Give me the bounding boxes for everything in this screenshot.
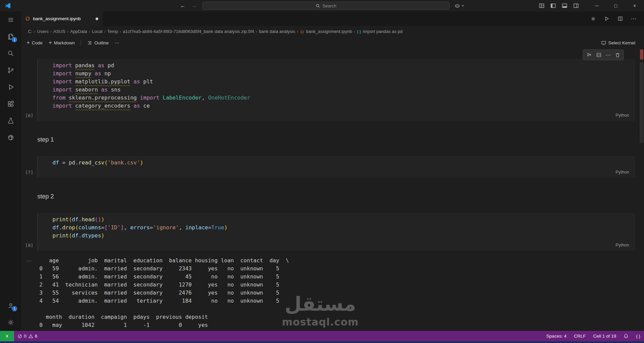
cell-editor[interactable]: print(df.head())df.drop(columns=['ID'], … [37,213,635,251]
breadcrumb-item[interactable]: ASUS [53,29,66,34]
cell-footer: Python [38,111,635,119]
toggle-secondary-sidebar-icon[interactable] [573,3,579,8]
toolbar-more-actions[interactable]: ⋯ [115,40,119,45]
forward-arrow-icon[interactable]: → [191,3,198,9]
breadcrumb-item[interactable]: Users [36,29,49,34]
cell-language-picker[interactable]: Python [616,169,629,175]
tab-bank-assignment[interactable]: bank_assignment.ipynb [21,11,103,26]
code-cell[interactable]: [7]df = pd.read_csv('bank.csv')Python [21,156,635,178]
execution-count: [6] [25,113,33,118]
execute-cell-icon[interactable] [585,51,593,59]
search-view-icon[interactable] [0,45,21,62]
back-arrow-icon[interactable]: ← [180,3,186,9]
split-cell-icon[interactable] [595,51,602,59]
cell-language-picker[interactable]: Python [616,113,629,118]
toggle-panel-icon[interactable] [562,3,567,8]
problems-status[interactable]: 0 6 [14,331,41,341]
explorer-badge: 1 [12,37,17,42]
scrollbar[interactable] [639,49,644,331]
code-line[interactable]: import pandas as pd [52,62,635,70]
explorer-icon[interactable]: 1 [0,28,21,45]
vscode-logo-icon [4,2,11,9]
plus-icon: + [49,40,52,46]
breadcrumb-item[interactable]: import pandas as pd [362,29,403,34]
menu-icon[interactable] [0,11,21,28]
outline-button[interactable]: Outline [87,40,109,45]
cell-language-picker[interactable]: Python [616,242,629,247]
editor-grid-layout-icon[interactable] [539,3,544,8]
notebook-file-icon [25,16,30,21]
scrollbar-thumb[interactable] [640,62,644,143]
code-lines: print(df.head())df.drop(columns=['ID'], … [38,216,635,240]
code-line[interactable]: print(df.head()) [52,216,635,224]
indentation-status[interactable]: Spaces: 4 [543,331,570,341]
copilot-chat-icon[interactable] [0,129,21,146]
select-kernel-button[interactable]: Select Kernel [601,40,635,45]
copilot-menu[interactable] [455,3,465,8]
code-line[interactable]: df.drop(columns=['ID'], errors='ignore',… [52,224,635,232]
output-collapse-hint[interactable]: ... [21,257,37,329]
split-editor-icon[interactable] [616,15,624,23]
select-kernel-label: Select Kernel [608,40,635,45]
code-cell[interactable]: [6]import pandas as pdimport numpy as np… [21,59,635,121]
code-line[interactable]: import matplotlib.pyplot as plt [52,78,635,86]
code-line[interactable]: from sklearn.preprocessing import LabelE… [52,94,635,103]
run-debug-icon[interactable] [0,79,21,96]
breadcrumb-item[interactable]: a1cf7ea5-ab84-4a5f-8f83-718d8063d5f4_ban… [122,29,255,34]
eol-status[interactable]: CRLF [570,331,589,341]
code-line[interactable]: import category_encoders as ce [52,103,635,111]
delete-cell-icon[interactable] [614,51,621,59]
code-line[interactable]: import seaborn as sns [52,86,635,94]
accounts-icon[interactable]: 1 [0,297,21,314]
settings-gear-icon[interactable] [0,314,21,331]
notebook-settings-icon[interactable] [589,15,597,23]
cell-footer: Python [38,167,635,176]
notebook-file-icon [300,30,304,34]
add-code-cell-button[interactable]: + Code [27,40,43,46]
breadcrumb-item[interactable]: bank data analysis [258,29,296,34]
markdown-cell[interactable]: step 2 [21,186,635,207]
more-actions-icon[interactable]: ⋯ [630,15,637,23]
command-center-search[interactable]: Search [203,2,450,10]
cell-editor[interactable]: df = pd.read_csv('bank.csv')Python [37,156,635,178]
warning-icon [28,334,33,339]
cell-more-actions-icon[interactable]: ⋯ [604,51,612,59]
add-markdown-cell-button[interactable]: + Markdown [49,40,75,46]
markdown-cell[interactable]: step 1 [21,129,635,150]
language-braces-status[interactable]: { } [632,331,644,341]
bell-icon [623,334,629,339]
extensions-icon[interactable] [0,96,21,112]
notifications-bell[interactable] [620,331,632,341]
remote-indicator[interactable] [0,331,14,341]
code-line[interactable]: df = pd.read_csv('bank.csv') [52,159,635,167]
code-cell[interactable]: [8]print(df.head())df.drop(columns=['ID'… [21,213,635,251]
code-line[interactable]: import numpy as np [52,70,635,78]
breadcrumb-item[interactable]: C: [27,29,33,34]
breadcrumb-item[interactable]: AppData [69,29,88,34]
breadcrumb-item[interactable]: bank_assignment.ipynb [306,29,353,34]
source-control-icon[interactable] [0,62,21,79]
testing-beaker-icon[interactable] [0,112,21,129]
breadcrumb-item[interactable]: Local [91,29,103,34]
run-all-icon[interactable] [603,15,610,23]
breadcrumb-separator-icon: › [89,29,90,34]
toggle-sidebar-icon[interactable] [550,3,556,8]
breadcrumb-separator-icon: › [67,29,68,34]
output-text: age job marital education balance housin… [37,257,289,329]
code-line[interactable]: print(df.dtypes) [52,232,635,240]
notebook-toolbar: + Code + Markdown Outline ⋯ Select Kerne… [21,37,644,49]
breadcrumb-separator-icon: › [50,29,51,34]
search-placeholder: Search [322,3,336,8]
outline-icon [87,40,92,45]
cell-position-status[interactable]: Cell 1 of 19 [589,331,620,341]
close-button[interactable]: × [625,0,644,11]
notebook-editor[interactable]: [6]import pandas as pdimport numpy as np… [21,49,644,331]
breadcrumb-separator-icon: › [256,29,257,34]
cell-editor[interactable]: import pandas as pdimport numpy as npimp… [37,59,635,121]
maximize-button[interactable]: □ [606,0,625,11]
kernel-icon [601,40,606,45]
breadcrumb-item[interactable]: Temp [107,29,119,34]
search-icon [316,4,320,8]
minimize-button[interactable]: ─ [587,0,606,11]
modified-indicator[interactable] [96,17,98,20]
